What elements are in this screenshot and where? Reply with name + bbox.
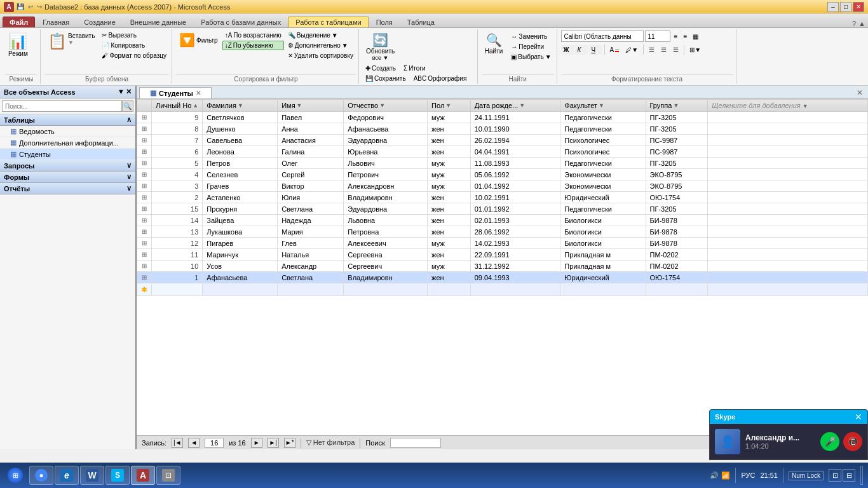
record-current[interactable] [205, 438, 224, 448]
selection-button[interactable]: 🔦 Выделение ▼ [285, 30, 356, 40]
cell-group-7[interactable]: ОЮ-1754 [646, 192, 708, 203]
list-btn3[interactable]: ▦ [690, 30, 701, 42]
row-expand-6[interactable]: ⊞ [137, 180, 152, 192]
cell-gender-0[interactable]: муж [428, 112, 471, 123]
row-expand-10[interactable]: ⊞ [137, 226, 152, 238]
cell-dob-8[interactable]: 01.01.1992 [470, 203, 560, 215]
row-expand-11[interactable]: ⊞ [137, 238, 152, 249]
row-expand-12[interactable]: ⊞ [137, 249, 152, 261]
cell-id-1[interactable]: 8 [152, 123, 203, 135]
copy-button[interactable]: 📄 Копировать [99, 41, 169, 50]
table-row[interactable]: ⊞ 3 Грачев Виктор Александровн муж 01.04… [137, 180, 868, 192]
content-close-icon[interactable]: ✕ [854, 87, 865, 98]
tab-fields[interactable]: Поля [369, 17, 400, 27]
row-expand-9[interactable]: ⊞ [137, 215, 152, 226]
minimize-button[interactable]: – [827, 2, 839, 12]
taskbar-word[interactable]: W [80, 466, 104, 485]
replace-button[interactable]: ↔ Заменить [508, 32, 553, 41]
cell-dob-14[interactable]: 09.04.1993 [470, 272, 560, 283]
select-button[interactable]: ▣ Выбрать ▼ [508, 52, 553, 62]
last-record-button[interactable]: ►| [268, 438, 279, 448]
table-row[interactable]: ⊞ 1 Афанасьева Светлана Владимировн жен … [137, 272, 868, 283]
cell-name-5[interactable]: Сергей [278, 169, 344, 180]
cell-group-0[interactable]: ПГ-3205 [646, 112, 708, 123]
new-id-input[interactable] [156, 285, 198, 294]
cell-gender-5[interactable]: муж [428, 169, 471, 180]
cell-group-14[interactable]: ОЮ-1754 [646, 272, 708, 283]
paste-button[interactable]: 📋 Вставить ▼ [44, 30, 98, 52]
refresh-button[interactable]: 🔄 Обновить все ▼ [363, 30, 398, 63]
cell-id-0[interactable]: 9 [152, 112, 203, 123]
save-record-button[interactable]: 💾 Сохранить [363, 74, 409, 83]
students-tab-close[interactable]: ✕ [196, 90, 201, 97]
sidebar-item-students[interactable]: ▦ Студенты [0, 149, 135, 160]
search-status-input[interactable] [390, 438, 441, 448]
cell-group-2[interactable]: ПС-9987 [646, 135, 708, 146]
row-expand-5[interactable]: ⊞ [137, 169, 152, 180]
tab-create[interactable]: Создание [77, 17, 123, 27]
table-row[interactable]: ⊞ 12 Пигарев Глев Алексеевич муж 14.02.1… [137, 238, 868, 249]
highlight-color-button[interactable]: 🖊▼ [623, 45, 641, 55]
cell-name-4[interactable]: Олег [278, 158, 344, 169]
cell-surname-10[interactable]: Лукашкова [203, 226, 278, 238]
cell-gender-2[interactable]: жен [428, 135, 471, 146]
cell-dob-0[interactable]: 24.11.1991 [470, 112, 560, 123]
skype-popup-close[interactable]: ✕ [855, 412, 862, 422]
cell-id-3[interactable]: 6 [152, 146, 203, 158]
cell-faculty-11[interactable]: Биологикси [560, 238, 646, 249]
cell-group-10[interactable]: БИ-9878 [646, 226, 708, 238]
row-expand-13[interactable]: ⊞ [137, 261, 152, 272]
table-row[interactable]: ⊞ 5 Петров Олег Львович муж 11.08.1993 П… [137, 158, 868, 169]
new-id-cell[interactable] [152, 283, 203, 296]
cell-name-14[interactable]: Светлана [278, 272, 344, 283]
cell-surname-5[interactable]: Селезнев [203, 169, 278, 180]
table-row[interactable]: ⊞ 4 Селезнев Сергей Петрович муж 05.06.1… [137, 169, 868, 180]
taskbar-chrome[interactable]: ● [29, 466, 53, 485]
cell-id-9[interactable]: 14 [152, 215, 203, 226]
cell-gender-4[interactable]: муж [428, 158, 471, 169]
italic-button[interactable]: К [575, 45, 588, 55]
col-header-add[interactable]: Щелкните для добавления ▼ [708, 100, 868, 112]
cell-faculty-4[interactable]: Педагогически [560, 158, 646, 169]
cell-patronymic-13[interactable]: Сергеевич [344, 261, 428, 272]
totals-button[interactable]: Σ Итоги [401, 64, 428, 73]
cut-button[interactable]: ✂ Вырезать [99, 30, 169, 40]
list-btn1[interactable]: ≡ [672, 30, 681, 42]
paste-arrow[interactable]: ▼ [68, 39, 95, 46]
cell-surname-1[interactable]: Душенко [203, 123, 278, 135]
cell-gender-7[interactable]: жен [428, 192, 471, 203]
cell-dob-1[interactable]: 10.01.1990 [470, 123, 560, 135]
cell-dob-7[interactable]: 10.02.1991 [470, 192, 560, 203]
cell-group-12[interactable]: ПМ-0202 [646, 249, 708, 261]
cell-name-2[interactable]: Анастасия [278, 135, 344, 146]
cell-id-5[interactable]: 4 [152, 169, 203, 180]
cell-patronymic-12[interactable]: Сергеевна [344, 249, 428, 261]
cell-patronymic-1[interactable]: Афанасьева [344, 123, 428, 135]
new-record-nav-button[interactable]: ►* [284, 438, 295, 448]
cell-group-6[interactable]: ЭКО-8795 [646, 180, 708, 192]
table-row[interactable]: ⊞ 10 Усов Александр Сергеевич муж 31.12.… [137, 261, 868, 272]
maximize-button[interactable]: □ [840, 2, 851, 12]
table-row[interactable]: ⊞ 8 Душенко Анна Афанасьева жен 10.01.19… [137, 123, 868, 135]
next-record-button[interactable]: ► [251, 438, 262, 448]
cell-faculty-9[interactable]: Биологикси [560, 215, 646, 226]
row-expand-7[interactable]: ⊞ [137, 192, 152, 203]
cell-dob-6[interactable]: 01.04.1992 [470, 180, 560, 192]
speaker-icon[interactable]: 🔊 [710, 471, 719, 480]
table-row[interactable]: ⊞ 6 Леонова Галина Юрьевна жен 04.04.199… [137, 146, 868, 158]
cell-name-7[interactable]: Юлия [278, 192, 344, 203]
cell-gender-1[interactable]: жен [428, 123, 471, 135]
tab-home[interactable]: Главная [36, 17, 76, 27]
format-paint-button[interactable]: 🖌 Формат по образцу [99, 51, 169, 60]
cell-dob-9[interactable]: 02.01.1993 [470, 215, 560, 226]
underline-button[interactable]: Ч [589, 45, 602, 55]
cell-gender-13[interactable]: муж [428, 261, 471, 272]
network-icon[interactable]: 📶 [721, 471, 730, 480]
spell-button[interactable]: ABC Орфография [411, 74, 470, 83]
cell-patronymic-4[interactable]: Львович [344, 158, 428, 169]
decline-call-button[interactable]: 📵 [843, 432, 862, 451]
cell-faculty-5[interactable]: Экономически [560, 169, 646, 180]
cell-faculty-6[interactable]: Экономически [560, 180, 646, 192]
cell-id-10[interactable]: 13 [152, 226, 203, 238]
advanced-button[interactable]: ⚙ Дополнительно ▼ [285, 41, 356, 50]
